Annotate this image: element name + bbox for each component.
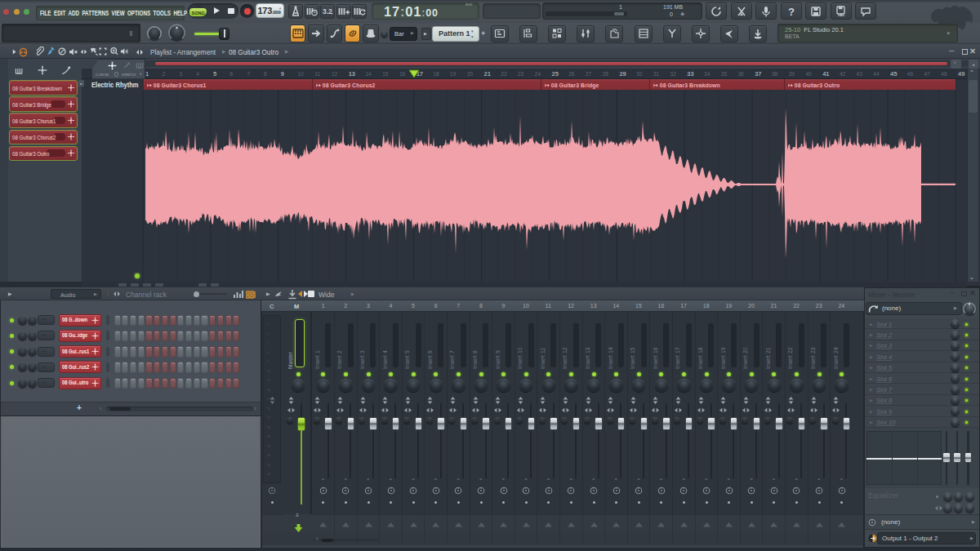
svg-text:?: ? (788, 5, 795, 17)
svg-text:3.2: 3.2 (323, 7, 332, 16)
